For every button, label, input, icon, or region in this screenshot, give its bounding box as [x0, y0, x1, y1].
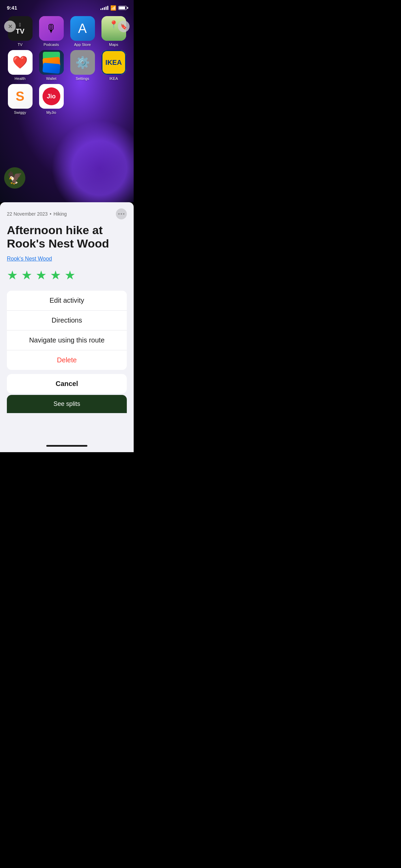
activity-meta: 22 November 2023 • Hiking: [7, 208, 127, 219]
navigate-route-button[interactable]: Navigate using this route: [7, 330, 127, 350]
jio-inner: Jio: [42, 87, 60, 105]
more-dot-1: [118, 213, 120, 215]
bookmark-button[interactable]: 🔖: [118, 21, 130, 32]
activity-title: Afternoon hike at Rook's Nest Wood: [7, 224, 127, 250]
ikea-app-icon[interactable]: IKEA: [101, 50, 126, 75]
app-item-jio[interactable]: Jio MyJio: [37, 84, 65, 114]
gear-icon: ⚙️: [75, 56, 90, 69]
activity-date: 22 November 2023: [7, 211, 48, 217]
ikea-label: IKEA: [109, 76, 118, 81]
maps-pin-icon: 📍: [109, 20, 118, 29]
more-dot-2: [121, 213, 122, 215]
wifi-icon: 📶: [110, 5, 116, 11]
cancel-button[interactable]: Cancel: [7, 374, 127, 394]
homescreen: 9:41 📶  TV TV: [0, 0, 134, 202]
eagle-symbol: 🦅: [7, 171, 23, 185]
edit-activity-button[interactable]: Edit activity: [7, 291, 127, 311]
signal-bar-4: [106, 7, 107, 10]
close-icon: ✕: [8, 23, 12, 30]
heart-icon: ❤️: [12, 55, 28, 70]
jio-text: Jio: [47, 93, 56, 100]
status-bar: 9:41 📶: [0, 0, 134, 13]
signal-bar-5: [107, 6, 108, 10]
close-button[interactable]: ✕: [4, 21, 16, 32]
app-item-wallet[interactable]: Wallet: [37, 50, 65, 81]
appstore-icon-symbol: A: [78, 21, 87, 36]
app-grid-row3: S Swiggy Jio MyJio: [0, 84, 134, 118]
wallet-card-3: [42, 63, 60, 74]
podcasts-label: Podcasts: [44, 43, 59, 47]
swiggy-letter: S: [16, 89, 24, 104]
star-1: ★: [7, 268, 18, 282]
wallet-inner: [39, 50, 64, 75]
signal-bars: [100, 6, 108, 10]
star-3: ★: [36, 268, 47, 282]
star-rating: ★ ★ ★ ★ ★: [7, 268, 127, 282]
health-label: Health: [15, 76, 26, 81]
activity-sheet: 22 November 2023 • Hiking Afternoon hike…: [0, 202, 134, 442]
jio-label: MyJio: [46, 110, 56, 114]
battery-icon: [118, 6, 127, 10]
signal-bar-2: [102, 8, 103, 10]
more-options-button[interactable]: [116, 208, 127, 219]
directions-button[interactable]: Directions: [7, 311, 127, 330]
action-sheet: Edit activity Directions Navigate using …: [7, 291, 127, 370]
app-item-podcasts[interactable]: 🎙 Podcasts: [37, 16, 65, 47]
more-dot-3: [123, 213, 124, 215]
podcasts-app-icon[interactable]: 🎙: [39, 16, 64, 41]
health-app-icon[interactable]: ❤️: [8, 50, 33, 75]
signal-bar-1: [100, 9, 101, 10]
podcast-inner: 🎙: [39, 16, 64, 41]
home-bar[interactable]: [46, 445, 87, 447]
app-item-health[interactable]: ❤️ Health: [6, 50, 34, 81]
jio-app-icon[interactable]: Jio: [39, 84, 64, 109]
battery-fill: [119, 7, 125, 9]
status-time: 9:41: [7, 5, 17, 11]
bookmark-icon: 🔖: [120, 23, 127, 30]
app-item-swiggy[interactable]: S Swiggy: [6, 84, 34, 114]
settings-app-icon[interactable]: ⚙️: [70, 50, 95, 75]
delete-button[interactable]: Delete: [7, 350, 127, 370]
wallet-label: Wallet: [46, 76, 56, 81]
wallet-app-icon[interactable]: [39, 50, 64, 75]
tv-logo:  TV: [16, 22, 25, 35]
swiggy-label: Swiggy: [14, 110, 26, 114]
star-4: ★: [50, 268, 61, 282]
tv-label: TV: [17, 43, 22, 47]
ikea-inner: IKEA: [101, 50, 126, 75]
status-icons: 📶: [100, 5, 127, 11]
star-5: ★: [64, 268, 75, 282]
appstore-label: App Store: [74, 43, 91, 47]
home-indicator: [0, 442, 134, 452]
activity-meta-left: 22 November 2023 • Hiking: [7, 211, 67, 217]
activity-location[interactable]: Rook's Nest Wood: [7, 256, 127, 262]
see-splits-button[interactable]: See splits: [7, 395, 127, 413]
signal-bar-3: [104, 7, 105, 10]
eagle-profile-icon[interactable]: 🦅: [4, 167, 25, 189]
maps-label: Maps: [109, 43, 118, 47]
app-item-ikea[interactable]: IKEA IKEA: [100, 50, 127, 81]
activity-separator: •: [50, 211, 51, 217]
ikea-text: IKEA: [106, 59, 122, 67]
activity-type: Hiking: [53, 211, 67, 217]
appstore-app-icon[interactable]: A: [70, 16, 95, 41]
app-item-settings[interactable]: ⚙️ Settings: [69, 50, 96, 81]
settings-label: Settings: [76, 76, 89, 81]
swiggy-app-icon[interactable]: S: [8, 84, 33, 109]
app-grid-row2: ❤️ Health Wallet ⚙️ Settings: [0, 50, 134, 84]
app-grid-row1:  TV TV 🎙 Podcasts A App Store: [0, 13, 134, 50]
app-item-appstore[interactable]: A App Store: [69, 16, 96, 47]
star-2: ★: [21, 268, 32, 282]
